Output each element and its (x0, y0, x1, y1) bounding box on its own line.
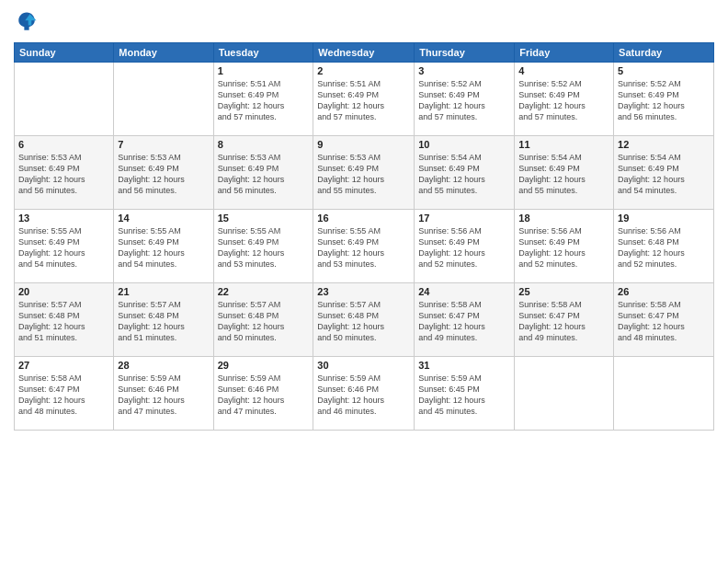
day-info: Sunrise: 5:51 AM Sunset: 6:49 PM Dayligh… (317, 78, 410, 123)
day-info: Sunrise: 5:54 AM Sunset: 6:49 PM Dayligh… (518, 152, 609, 197)
day-info: Sunrise: 5:51 AM Sunset: 6:49 PM Dayligh… (218, 78, 310, 123)
day-info: Sunrise: 5:57 AM Sunset: 6:48 PM Dayligh… (18, 299, 109, 344)
calendar-cell-2-4: 17Sunrise: 5:56 AM Sunset: 6:49 PM Dayli… (415, 210, 515, 283)
calendar-cell-4-0: 27Sunrise: 5:58 AM Sunset: 6:47 PM Dayli… (15, 357, 114, 431)
day-number: 31 (418, 360, 510, 371)
logo-icon (14, 9, 40, 35)
calendar-week-1: 1Sunrise: 5:51 AM Sunset: 6:49 PM Daylig… (15, 63, 714, 136)
day-info: Sunrise: 5:53 AM Sunset: 6:49 PM Dayligh… (18, 152, 109, 197)
day-info: Sunrise: 5:57 AM Sunset: 6:48 PM Dayligh… (317, 299, 410, 344)
day-number: 22 (218, 286, 310, 297)
calendar-week-3: 13Sunrise: 5:55 AM Sunset: 6:49 PM Dayli… (15, 210, 714, 283)
day-number: 15 (218, 213, 310, 224)
weekday-header-wednesday: Wednesday (313, 43, 415, 63)
day-number: 1 (218, 65, 310, 76)
day-info: Sunrise: 5:58 AM Sunset: 6:47 PM Dayligh… (618, 299, 710, 344)
day-number: 6 (18, 139, 109, 150)
calendar-cell-2-3: 16Sunrise: 5:55 AM Sunset: 6:49 PM Dayli… (313, 210, 415, 283)
day-number: 4 (518, 65, 609, 76)
calendar-cell-0-5: 4Sunrise: 5:52 AM Sunset: 6:49 PM Daylig… (515, 63, 614, 136)
day-info: Sunrise: 5:58 AM Sunset: 6:47 PM Dayligh… (518, 299, 609, 344)
day-info: Sunrise: 5:55 AM Sunset: 6:49 PM Dayligh… (317, 225, 410, 270)
day-number: 16 (317, 213, 410, 224)
day-number: 25 (518, 286, 609, 297)
day-info: Sunrise: 5:57 AM Sunset: 6:48 PM Dayligh… (118, 299, 209, 344)
day-number: 19 (618, 213, 710, 224)
calendar-cell-3-5: 25Sunrise: 5:58 AM Sunset: 6:47 PM Dayli… (515, 283, 614, 357)
day-number: 28 (118, 360, 209, 371)
calendar-cell-0-1 (114, 63, 213, 136)
day-number: 9 (317, 139, 410, 150)
calendar-cell-2-0: 13Sunrise: 5:55 AM Sunset: 6:49 PM Dayli… (15, 210, 114, 283)
day-info: Sunrise: 5:56 AM Sunset: 6:48 PM Dayligh… (618, 225, 710, 270)
calendar-cell-0-2: 1Sunrise: 5:51 AM Sunset: 6:49 PM Daylig… (213, 63, 313, 136)
calendar-cell-1-0: 6Sunrise: 5:53 AM Sunset: 6:49 PM Daylig… (15, 136, 114, 210)
day-info: Sunrise: 5:56 AM Sunset: 6:49 PM Dayligh… (418, 225, 510, 270)
calendar-week-4: 20Sunrise: 5:57 AM Sunset: 6:48 PM Dayli… (15, 283, 714, 357)
calendar-cell-1-5: 11Sunrise: 5:54 AM Sunset: 6:49 PM Dayli… (515, 136, 614, 210)
calendar-cell-2-1: 14Sunrise: 5:55 AM Sunset: 6:49 PM Dayli… (114, 210, 213, 283)
day-number: 8 (218, 139, 310, 150)
calendar-cell-4-6 (614, 357, 714, 431)
calendar-cell-0-0 (15, 63, 114, 136)
calendar-cell-1-2: 8Sunrise: 5:53 AM Sunset: 6:49 PM Daylig… (213, 136, 313, 210)
calendar-cell-4-1: 28Sunrise: 5:59 AM Sunset: 6:46 PM Dayli… (114, 357, 213, 431)
day-info: Sunrise: 5:54 AM Sunset: 6:49 PM Dayligh… (618, 152, 710, 197)
day-number: 17 (418, 213, 510, 224)
day-info: Sunrise: 5:55 AM Sunset: 6:49 PM Dayligh… (118, 225, 209, 270)
day-number: 10 (418, 139, 510, 150)
calendar-cell-1-3: 9Sunrise: 5:53 AM Sunset: 6:49 PM Daylig… (313, 136, 415, 210)
calendar-cell-3-1: 21Sunrise: 5:57 AM Sunset: 6:48 PM Dayli… (114, 283, 213, 357)
weekday-header-saturday: Saturday (614, 43, 714, 63)
day-number: 26 (618, 286, 710, 297)
calendar-cell-4-2: 29Sunrise: 5:59 AM Sunset: 6:46 PM Dayli… (213, 357, 313, 431)
calendar-cell-2-5: 18Sunrise: 5:56 AM Sunset: 6:49 PM Dayli… (515, 210, 614, 283)
calendar-cell-4-4: 31Sunrise: 5:59 AM Sunset: 6:45 PM Dayli… (415, 357, 515, 431)
day-number: 27 (18, 360, 109, 371)
calendar-cell-1-6: 12Sunrise: 5:54 AM Sunset: 6:49 PM Dayli… (614, 136, 714, 210)
day-info: Sunrise: 5:56 AM Sunset: 6:49 PM Dayligh… (518, 225, 609, 270)
calendar-cell-1-4: 10Sunrise: 5:54 AM Sunset: 6:49 PM Dayli… (415, 136, 515, 210)
day-info: Sunrise: 5:58 AM Sunset: 6:47 PM Dayligh… (418, 299, 510, 344)
calendar-cell-0-6: 5Sunrise: 5:52 AM Sunset: 6:49 PM Daylig… (614, 63, 714, 136)
day-info: Sunrise: 5:53 AM Sunset: 6:49 PM Dayligh… (118, 152, 209, 197)
day-number: 11 (518, 139, 609, 150)
day-number: 13 (18, 213, 109, 224)
calendar-cell-3-2: 22Sunrise: 5:57 AM Sunset: 6:48 PM Dayli… (213, 283, 313, 357)
calendar-cell-3-0: 20Sunrise: 5:57 AM Sunset: 6:48 PM Dayli… (15, 283, 114, 357)
day-number: 30 (317, 360, 410, 371)
calendar-cell-0-3: 2Sunrise: 5:51 AM Sunset: 6:49 PM Daylig… (313, 63, 415, 136)
day-info: Sunrise: 5:58 AM Sunset: 6:47 PM Dayligh… (18, 373, 109, 418)
day-number: 20 (18, 286, 109, 297)
day-info: Sunrise: 5:55 AM Sunset: 6:49 PM Dayligh… (18, 225, 109, 270)
day-info: Sunrise: 5:52 AM Sunset: 6:49 PM Dayligh… (418, 78, 510, 123)
weekday-header-monday: Monday (114, 43, 213, 63)
day-number: 24 (418, 286, 510, 297)
calendar-table: SundayMondayTuesdayWednesdayThursdayFrid… (14, 42, 714, 431)
weekday-header-sunday: Sunday (15, 43, 114, 63)
calendar-cell-1-1: 7Sunrise: 5:53 AM Sunset: 6:49 PM Daylig… (114, 136, 213, 210)
calendar-cell-2-2: 15Sunrise: 5:55 AM Sunset: 6:49 PM Dayli… (213, 210, 313, 283)
day-number: 21 (118, 286, 209, 297)
calendar-cell-2-6: 19Sunrise: 5:56 AM Sunset: 6:48 PM Dayli… (614, 210, 714, 283)
calendar-cell-4-3: 30Sunrise: 5:59 AM Sunset: 6:46 PM Dayli… (313, 357, 415, 431)
logo (14, 9, 43, 35)
day-info: Sunrise: 5:59 AM Sunset: 6:46 PM Dayligh… (118, 373, 209, 418)
calendar-cell-3-3: 23Sunrise: 5:57 AM Sunset: 6:48 PM Dayli… (313, 283, 415, 357)
day-number: 5 (618, 65, 710, 76)
calendar-week-2: 6Sunrise: 5:53 AM Sunset: 6:49 PM Daylig… (15, 136, 714, 210)
header (14, 9, 714, 35)
day-info: Sunrise: 5:59 AM Sunset: 6:46 PM Dayligh… (218, 373, 310, 418)
calendar-week-5: 27Sunrise: 5:58 AM Sunset: 6:47 PM Dayli… (15, 357, 714, 431)
weekday-header-row: SundayMondayTuesdayWednesdayThursdayFrid… (15, 43, 714, 63)
day-info: Sunrise: 5:52 AM Sunset: 6:49 PM Dayligh… (518, 78, 609, 123)
day-number: 2 (317, 65, 410, 76)
day-number: 23 (317, 286, 410, 297)
weekday-header-tuesday: Tuesday (213, 43, 313, 63)
calendar-cell-4-5 (515, 357, 614, 431)
weekday-header-thursday: Thursday (415, 43, 515, 63)
main-container: SundayMondayTuesdayWednesdayThursdayFrid… (0, 0, 728, 563)
day-info: Sunrise: 5:59 AM Sunset: 6:46 PM Dayligh… (317, 373, 410, 418)
day-number: 14 (118, 213, 209, 224)
day-number: 29 (218, 360, 310, 371)
